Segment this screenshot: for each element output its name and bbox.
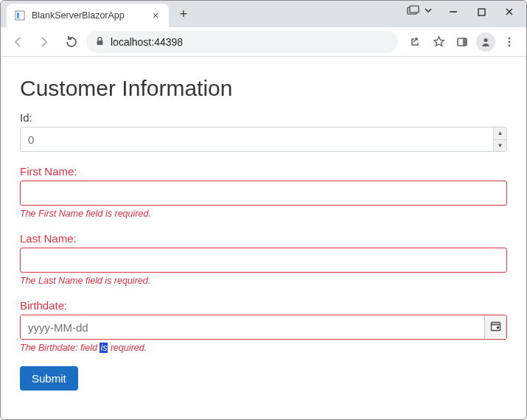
browser-tab[interactable]: BlankServerBlazorApp × (7, 4, 169, 27)
browser-titlebar: BlankServerBlazorApp × + (1, 1, 526, 27)
svg-rect-1 (17, 13, 19, 18)
browser-toolbar: localhost:44398 (1, 27, 526, 57)
tab-title: BlankServerBlazorApp (32, 10, 144, 21)
window-close-button[interactable] (497, 2, 522, 21)
address-bar-url: localhost:44398 (111, 36, 183, 48)
browser-chrome: BlankServerBlazorApp × + (1, 1, 526, 57)
birthdate-error-pre: The Birthdate: field (20, 343, 100, 353)
svg-rect-3 (410, 6, 419, 13)
calendar-icon (490, 321, 501, 335)
page-title: Customer Information (20, 76, 507, 101)
id-input-wrap: ▲ ▼ (20, 127, 507, 152)
new-tab-button[interactable]: + (173, 4, 194, 24)
id-spin-down[interactable]: ▼ (494, 139, 506, 152)
back-button[interactable] (7, 31, 29, 53)
tab-favicon (14, 10, 26, 21)
birthdate-error-post: required. (108, 343, 147, 353)
tab-search-icon[interactable] (407, 5, 420, 18)
id-label: Id: (20, 111, 507, 124)
svg-rect-5 (478, 9, 485, 15)
submit-button[interactable]: Submit (20, 366, 78, 391)
menu-button[interactable] (498, 31, 520, 53)
field-birthdate: Birthdate: The Birthdate: field is requi… (20, 299, 507, 353)
svg-rect-0 (15, 11, 24, 20)
svg-point-14 (509, 44, 511, 46)
tab-close-button[interactable]: × (150, 10, 161, 21)
first-name-label: First Name: (20, 165, 507, 178)
chevron-down-icon[interactable] (423, 5, 433, 18)
last-name-error: The Last Name field is required. (20, 276, 507, 286)
birthdate-input[interactable] (21, 315, 484, 339)
forward-button[interactable] (33, 31, 55, 53)
lock-icon (95, 36, 105, 48)
field-id: Id: ▲ ▼ (20, 111, 507, 152)
last-name-input[interactable] (20, 248, 507, 273)
reload-button[interactable] (60, 31, 82, 53)
svg-rect-17 (497, 326, 499, 329)
svg-point-13 (509, 41, 511, 43)
svg-rect-8 (97, 41, 103, 45)
sidepanel-button[interactable] (451, 31, 473, 53)
svg-point-12 (509, 37, 511, 39)
page-content: Customer Information Id: ▲ ▼ First Name:… (1, 57, 526, 404)
birthdate-label: Birthdate: (20, 299, 507, 312)
field-last-name: Last Name: The Last Name field is requir… (20, 232, 507, 286)
id-spinner: ▲ ▼ (493, 127, 506, 151)
address-bar[interactable]: localhost:44398 (86, 31, 398, 53)
birthdate-error-selected: is (100, 343, 108, 353)
share-button[interactable] (404, 31, 426, 53)
avatar-icon (476, 32, 495, 52)
bookmark-button[interactable] (427, 31, 450, 53)
first-name-input[interactable] (20, 181, 507, 206)
svg-rect-10 (463, 38, 467, 46)
field-first-name: First Name: The First Name field is requ… (20, 165, 507, 219)
last-name-label: Last Name: (20, 232, 507, 245)
window-maximize-button[interactable] (469, 2, 494, 21)
first-name-error: The First Name field is required. (20, 209, 507, 219)
window-minimize-button[interactable] (441, 2, 466, 21)
window-controls (407, 2, 522, 21)
svg-point-11 (484, 38, 487, 41)
id-spin-up[interactable]: ▲ (494, 127, 506, 139)
profile-button[interactable] (475, 31, 497, 53)
birthdate-calendar-button[interactable] (484, 315, 506, 339)
birthdate-error: The Birthdate: field is required. (20, 343, 507, 353)
id-input[interactable] (21, 127, 493, 151)
birthdate-input-wrap (20, 315, 507, 340)
